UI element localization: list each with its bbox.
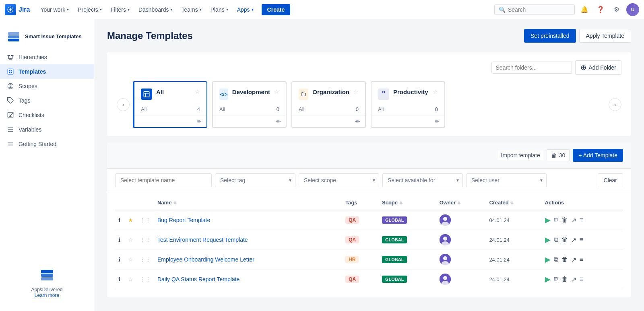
tag-badge: QA <box>345 236 359 243</box>
folder-card-footer: ✏ <box>213 115 286 127</box>
delete-icon[interactable]: 🗑 <box>561 276 568 283</box>
delete-icon[interactable]: 🗑 <box>561 256 568 263</box>
created-date: 24.01.24 <box>489 257 510 263</box>
notifications-button[interactable]: 🔔 <box>578 3 591 16</box>
filter-scope-select[interactable]: Select scope <box>299 173 379 187</box>
folder-card-all[interactable]: All ☆ All 4 ✏ <box>133 81 207 128</box>
nav-item-dashboards[interactable]: Dashboards ▾ <box>134 4 177 15</box>
sidebar-item-templates[interactable]: Templates <box>0 64 94 79</box>
edit-icon[interactable]: ✏ <box>197 118 202 125</box>
sidebar-item-label: Hierarchies <box>19 54 47 60</box>
menu-icon[interactable]: ≡ <box>580 256 583 263</box>
share-icon[interactable]: ↗ <box>571 236 576 244</box>
learn-more-link[interactable]: Learn more <box>6 292 87 298</box>
top-nav: Jira Your work ▾ Projects ▾ Filters ▾ Da… <box>0 0 644 19</box>
info-icon[interactable]: ℹ <box>118 237 120 243</box>
star-toggle-icon[interactable]: ★ <box>128 217 133 223</box>
menu-icon[interactable]: ≡ <box>580 276 583 283</box>
settings-button[interactable]: ⚙ <box>610 3 623 16</box>
set-preinstalled-button[interactable]: Set preinstalled <box>524 29 576 43</box>
nav-item-plans[interactable]: Plans ▾ <box>206 4 232 15</box>
share-icon[interactable]: ↗ <box>571 256 576 264</box>
info-icon[interactable]: ℹ <box>118 256 120 263</box>
run-icon[interactable]: ▶ <box>545 235 551 244</box>
action-icons: ▶ ⧉ 🗑 ↗ ≡ <box>545 275 620 284</box>
col-created[interactable]: Created ⇅ <box>486 196 541 210</box>
import-template-button[interactable]: Import template <box>498 150 543 160</box>
star-icon[interactable]: ☆ <box>274 89 279 95</box>
sidebar-item-tags[interactable]: Tags <box>0 93 94 108</box>
folder-card-body: All 0 <box>292 106 365 115</box>
edit-icon[interactable]: ✏ <box>435 118 440 125</box>
chevron-down-icon: ▾ <box>67 7 69 12</box>
folder-card-development[interactable]: </> Development ☆ All 0 ✏ <box>212 81 287 128</box>
folder-card-body: All 0 <box>213 106 286 115</box>
page-header: Manage Templates Set preinstalled Apply … <box>107 29 631 43</box>
filter-name-input[interactable] <box>115 173 212 187</box>
folder-card-top: 🗂 Organization ☆ <box>292 82 365 106</box>
share-icon[interactable]: ↗ <box>571 276 576 283</box>
sidebar-item-variables[interactable]: Variables <box>0 122 94 137</box>
star-toggle-icon[interactable]: ☆ <box>128 276 133 282</box>
run-icon[interactable]: ▶ <box>545 255 551 264</box>
template-name-link[interactable]: Employee Onboarding Welcome Letter <box>157 256 254 263</box>
info-icon[interactable]: ℹ <box>118 217 120 223</box>
apply-template-button[interactable]: Apply Template <box>579 29 631 43</box>
edit-icon[interactable]: ✏ <box>355 118 360 125</box>
filter-user-select[interactable]: Select user <box>466 173 547 187</box>
copy-icon[interactable]: ⧉ <box>554 236 558 243</box>
col-owner[interactable]: Owner ⇅ <box>436 196 486 210</box>
star-icon[interactable]: ☆ <box>195 89 200 95</box>
menu-icon[interactable]: ≡ <box>580 216 583 224</box>
templates-icon <box>6 68 14 76</box>
sidebar-item-label: Getting Started <box>19 141 56 147</box>
copy-icon[interactable]: ⧉ <box>554 216 558 224</box>
filter-available-select[interactable]: Select available for <box>382 173 463 187</box>
copy-icon[interactable]: ⧉ <box>554 276 558 283</box>
table-row: ℹ ☆ ⋮⋮ Employee Onboarding Welcome Lette… <box>115 250 623 270</box>
star-icon[interactable]: ☆ <box>433 89 438 95</box>
nav-item-projects[interactable]: Projects ▾ <box>74 4 106 15</box>
star-icon[interactable]: ☆ <box>353 89 359 95</box>
run-icon[interactable]: ▶ <box>545 216 551 224</box>
sidebar-item-hierarchies[interactable]: Hierarchies <box>0 50 94 64</box>
delete-icon[interactable]: 🗑 <box>561 216 568 224</box>
folder-card-organization[interactable]: 🗂 Organization ☆ All 0 ✏ <box>291 81 366 128</box>
edit-icon[interactable]: ✏ <box>276 118 281 125</box>
nav-logo[interactable]: Jira <box>5 4 30 15</box>
bulk-delete-button[interactable]: 🗑 30 <box>547 149 570 161</box>
carousel-next-button[interactable]: › <box>609 98 621 111</box>
run-icon[interactable]: ▶ <box>545 275 551 284</box>
sidebar-item-checklists[interactable]: Checklists <box>0 108 94 122</box>
sidebar-item-getting-started[interactable]: Getting Started <box>0 137 94 151</box>
nav-item-teams[interactable]: Teams ▾ <box>177 4 205 15</box>
search-box[interactable]: 🔍 <box>494 4 575 15</box>
col-scope[interactable]: Scope ⇅ <box>379 196 436 210</box>
star-toggle-icon[interactable]: ☆ <box>128 237 133 243</box>
search-folders-input[interactable] <box>491 62 572 74</box>
menu-icon[interactable]: ≡ <box>580 236 583 243</box>
create-button[interactable]: Create <box>262 4 291 15</box>
add-folder-button[interactable]: ⊕ Add Folder <box>575 60 621 75</box>
folder-card-productivity[interactable]: " Productivity ☆ All 0 ✏ <box>371 81 445 128</box>
nav-item-apps[interactable]: Apps ▾ <box>233 4 258 15</box>
col-name[interactable]: Name ⇅ <box>154 196 342 210</box>
sidebar-item-scopes[interactable]: Scopes <box>0 79 94 93</box>
share-icon[interactable]: ↗ <box>571 216 576 224</box>
copy-icon[interactable]: ⧉ <box>554 256 558 263</box>
carousel-prev-button[interactable]: ‹ <box>117 98 130 111</box>
template-name-link[interactable]: Daily QA Status Report Template <box>157 276 239 282</box>
star-toggle-icon[interactable]: ☆ <box>128 256 133 263</box>
nav-item-filters[interactable]: Filters ▾ <box>107 4 134 15</box>
nav-item-yourwork[interactable]: Your work ▾ <box>36 4 73 15</box>
add-template-button[interactable]: + Add Template <box>573 149 623 162</box>
clear-filters-button[interactable]: Clear <box>598 173 623 187</box>
search-input[interactable] <box>508 6 570 13</box>
avatar[interactable]: U <box>626 3 639 16</box>
template-name-link[interactable]: Bug Report Template <box>157 217 210 223</box>
template-name-link[interactable]: Test Environment Request Template <box>157 237 248 243</box>
info-icon[interactable]: ℹ <box>118 276 120 282</box>
delete-icon[interactable]: 🗑 <box>561 236 568 243</box>
filter-tag-select[interactable]: Select tag <box>215 173 295 187</box>
help-button[interactable]: ❓ <box>594 3 607 16</box>
